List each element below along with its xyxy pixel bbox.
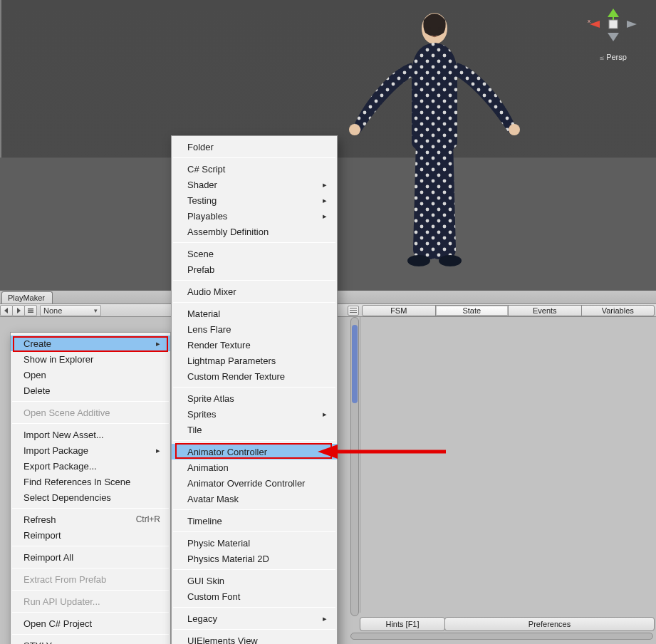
nav-fwd-button[interactable]: [12, 305, 25, 316]
context-menu-item[interactable]: Delete: [11, 383, 170, 398]
context-submenu-item-label: Animator Override Controller: [187, 478, 305, 489]
svg-rect-11: [609, 20, 618, 28]
inspector-body: [360, 317, 655, 613]
tab-playmaker[interactable]: PlayMaker: [1, 291, 53, 303]
context-submenu-item-label: Physic Material: [187, 538, 250, 549]
context-menu[interactable]: CreateShow in ExplorerOpenDeleteOpen Sce…: [10, 332, 171, 644]
tab-events[interactable]: Events: [508, 305, 582, 316]
preferences-button[interactable]: Preferences: [444, 617, 655, 631]
context-menu-item[interactable]: Open C# Project: [11, 616, 170, 631]
orientation-gizmo[interactable]: x Persp: [581, 7, 645, 71]
context-submenu-item[interactable]: Physic Material: [172, 535, 337, 551]
context-menu-item-label: Reimport: [24, 530, 61, 541]
context-menu-item[interactable]: Export Package...: [11, 458, 170, 474]
context-submenu-item[interactable]: Custom Font: [172, 588, 337, 604]
context-menu-item: Run API Updater...: [11, 593, 170, 609]
tab-variables[interactable]: Variables: [581, 305, 655, 316]
context-submenu-item-label: Tile: [187, 425, 202, 435]
context-menu-item[interactable]: Import Package: [11, 442, 170, 458]
context-submenu-item[interactable]: UIElements View: [172, 633, 337, 644]
context-menu-item-label: Open C# Project: [24, 618, 92, 629]
context-submenu-item-label: Shader: [187, 180, 217, 190]
context-submenu-item[interactable]: Physics Material 2D: [172, 551, 337, 566]
context-submenu-item[interactable]: Material: [172, 306, 337, 321]
svg-marker-14: [627, 21, 637, 28]
svg-point-5: [438, 27, 440, 29]
context-submenu-item[interactable]: Custom Render Texture: [172, 368, 337, 384]
svg-point-4: [428, 27, 430, 29]
context-menu-item[interactable]: Select Dependencies: [11, 489, 170, 505]
context-submenu-item[interactable]: Testing: [172, 192, 337, 208]
context-menu-item-label: STYLY: [24, 640, 52, 645]
context-submenu-item[interactable]: Shader: [172, 177, 337, 192]
context-submenu-item[interactable]: Avatar Mask: [172, 491, 337, 507]
svg-marker-17: [4, 308, 8, 313]
graph-scrollbar[interactable]: [350, 317, 359, 616]
context-submenu-item-label: Physics Material 2D: [187, 554, 269, 564]
context-submenu-item-label: Scene: [187, 249, 214, 259]
context-submenu-item[interactable]: Audio Mixer: [172, 284, 337, 299]
context-menu-item-label: Reimport All: [24, 552, 73, 563]
context-submenu-item-label: Render Texture: [187, 340, 251, 350]
context-menu-item[interactable]: STYLY: [11, 638, 170, 644]
nav-list-button[interactable]: [24, 305, 37, 316]
context-submenu-item[interactable]: Animation: [172, 459, 337, 475]
nav-back-button[interactable]: [0, 305, 13, 316]
context-submenu-item[interactable]: GUI Skin: [172, 573, 337, 588]
context-submenu-item[interactable]: Legacy: [172, 611, 337, 626]
context-submenu-item-label: Lens Flare: [187, 324, 231, 335]
fsm-dropdown[interactable]: None ▾: [40, 305, 101, 316]
context-submenu-item-label: Custom Font: [187, 591, 240, 602]
tab-fsm[interactable]: FSM: [362, 305, 436, 316]
context-submenu-item[interactable]: Assembly Definition: [172, 224, 337, 239]
context-menu-item[interactable]: Create: [11, 336, 170, 351]
context-menu-item-label: Delete: [24, 385, 51, 396]
options-button[interactable]: [348, 306, 359, 316]
context-menu-separator: [12, 423, 169, 424]
hints-button[interactable]: Hints [F1]: [360, 617, 445, 631]
context-submenu-item[interactable]: Render Texture: [172, 337, 337, 353]
context-menu-item[interactable]: Find References In Scene: [11, 474, 170, 489]
context-submenu-item[interactable]: C# Script: [172, 161, 337, 177]
context-menu-item[interactable]: Open: [11, 367, 170, 383]
context-menu-item[interactable]: RefreshCtrl+R: [11, 511, 170, 527]
context-submenu-item[interactable]: Sprite Atlas: [172, 390, 337, 406]
context-submenu-item[interactable]: Animator Override Controller: [172, 475, 337, 491]
context-menu-item-label: Import Package: [24, 445, 88, 456]
context-submenu-item-label: Audio Mixer: [187, 286, 236, 297]
svg-rect-20: [28, 310, 33, 311]
inspector-tabs: FSM State Events Variables: [362, 305, 655, 316]
svg-point-6: [349, 124, 360, 135]
svg-marker-12: [590, 21, 600, 28]
context-submenu-item-label: Testing: [187, 195, 217, 206]
context-menu-separator: [12, 401, 169, 402]
context-submenu-create[interactable]: FolderC# ScriptShaderTestingPlayablesAss…: [171, 135, 338, 644]
chevron-down-icon: ▾: [94, 307, 98, 314]
scrollbar-thumb[interactable]: [352, 325, 358, 403]
tab-state[interactable]: State: [435, 305, 509, 316]
context-menu-item[interactable]: Reimport: [11, 527, 170, 543]
context-submenu-item[interactable]: Prefab: [172, 261, 337, 277]
context-submenu-item-label: GUI Skin: [187, 576, 224, 586]
context-submenu-item[interactable]: Tile: [172, 422, 337, 437]
context-submenu-item[interactable]: Folder: [172, 139, 337, 155]
context-menu-item[interactable]: Show in Explorer: [11, 351, 170, 367]
context-submenu-item[interactable]: Playables: [172, 208, 337, 224]
context-submenu-item[interactable]: Timeline: [172, 513, 337, 529]
context-submenu-item-label: Animator Controller: [187, 447, 267, 457]
context-submenu-item[interactable]: Scene: [172, 246, 337, 261]
context-submenu-separator: [173, 387, 335, 388]
context-submenu-item-label: C# Script: [187, 164, 225, 175]
context-submenu-item[interactable]: Animator Controller: [172, 444, 337, 459]
fsm-dropdown-value: None: [43, 306, 62, 315]
context-submenu-item[interactable]: Lightmap Parameters: [172, 353, 337, 368]
context-submenu-item[interactable]: Sprites: [172, 406, 337, 422]
svg-marker-15: [608, 33, 619, 41]
svg-text:x: x: [588, 18, 590, 24]
context-menu-item[interactable]: Import New Asset...: [11, 427, 170, 442]
context-submenu-item-label: Prefab: [187, 264, 214, 275]
inspector-scrollbar[interactable]: [350, 633, 653, 640]
context-submenu-item[interactable]: Lens Flare: [172, 321, 337, 337]
context-submenu-item-label: Legacy: [187, 613, 217, 624]
context-menu-item[interactable]: Reimport All: [11, 549, 170, 565]
